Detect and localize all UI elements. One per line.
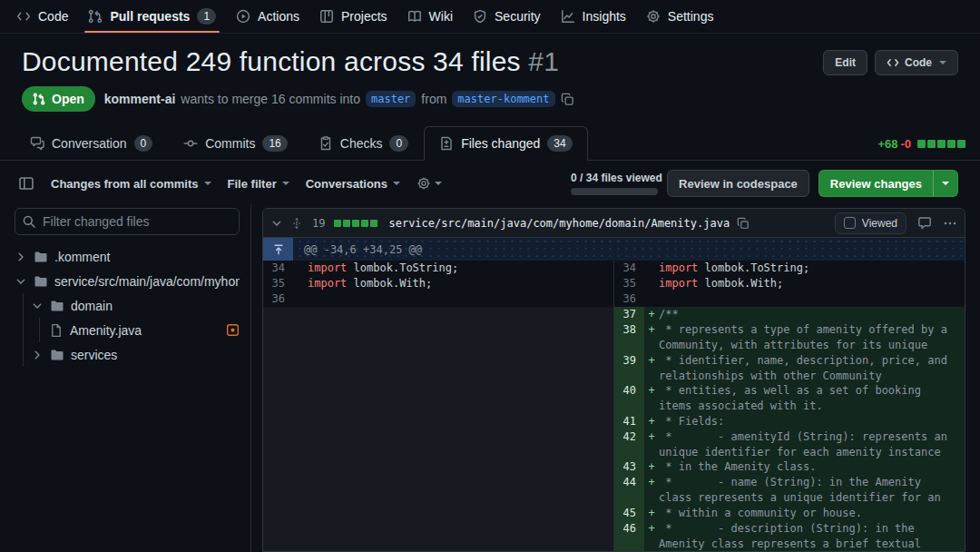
review-in-codespace-button[interactable]: Review in codespace bbox=[667, 170, 809, 197]
diffstat-additions: +68 bbox=[877, 137, 897, 151]
changes-from-label: Changes from all commits bbox=[51, 177, 199, 191]
pull-requests-count-badge: 1 bbox=[197, 8, 216, 25]
pr-tabbar: Conversation 0 Commits 16 Checks 0 Files… bbox=[0, 126, 980, 161]
nav-item-settings[interactable]: Settings bbox=[637, 0, 723, 33]
pr-number: #1 bbox=[528, 46, 559, 76]
search-icon bbox=[22, 214, 36, 229]
tree-item-domain[interactable]: domain bbox=[24, 293, 240, 318]
added-code-line: + * Fields: bbox=[644, 414, 965, 429]
author-login[interactable]: komment-ai bbox=[104, 92, 176, 106]
new-line-number[interactable]: 45 bbox=[613, 506, 644, 521]
viewed-checkbox[interactable] bbox=[844, 217, 856, 229]
file-path[interactable]: service/src/main/java/com/myhome/domain/… bbox=[388, 217, 730, 230]
play-icon bbox=[236, 9, 250, 24]
nav-item-insights[interactable]: Insights bbox=[552, 0, 635, 33]
diffstat-blocks bbox=[917, 140, 965, 148]
old-line-number[interactable]: 35 bbox=[263, 276, 293, 291]
old-empty-gutter bbox=[263, 459, 293, 475]
tab-commits[interactable]: Commits 16 bbox=[168, 126, 303, 161]
collapse-file-chevron-icon[interactable] bbox=[270, 217, 283, 230]
copy-path-icon[interactable] bbox=[737, 217, 750, 230]
tree-item-myhome[interactable]: service/src/main/java/com/myhome bbox=[15, 269, 240, 293]
kebab-menu-icon[interactable] bbox=[943, 216, 957, 231]
comment-discussion-icon bbox=[30, 136, 44, 151]
tree-item-label: Amenity.java bbox=[70, 323, 142, 338]
new-line-number[interactable]: 40 bbox=[613, 383, 644, 414]
new-line-number[interactable]: 43 bbox=[613, 459, 644, 475]
old-line-number[interactable]: 34 bbox=[263, 261, 293, 276]
chevron-right-icon bbox=[31, 349, 44, 361]
nav-item-projects[interactable]: Projects bbox=[310, 0, 397, 33]
nav-label: Code bbox=[38, 9, 68, 24]
new-line-number[interactable]: 37 bbox=[613, 307, 644, 322]
old-empty-line bbox=[293, 383, 613, 414]
shield-icon bbox=[473, 9, 487, 24]
folder-icon bbox=[34, 274, 48, 289]
copy-icon[interactable] bbox=[561, 93, 574, 106]
expand-hunk-button[interactable] bbox=[263, 238, 293, 261]
tab-conversation[interactable]: Conversation 0 bbox=[15, 126, 168, 161]
new-line-number[interactable]: 34 bbox=[613, 261, 644, 276]
nav-item-security[interactable]: Security bbox=[464, 0, 550, 33]
conversations-dropdown[interactable]: Conversations bbox=[306, 177, 400, 191]
file-filter-dropdown[interactable]: File filter bbox=[228, 177, 289, 191]
new-line-number[interactable]: 41 bbox=[613, 414, 644, 429]
nav-item-wiki[interactable]: Wiki bbox=[398, 0, 462, 33]
page-title: Documented 249 function across 34 files … bbox=[22, 46, 559, 77]
tree-item-amenity-java[interactable]: Amenity.java bbox=[40, 318, 240, 342]
code-dropdown-button[interactable]: Code bbox=[875, 50, 958, 75]
collapse-file-tree-button[interactable] bbox=[18, 175, 34, 192]
new-line-number[interactable]: 36 bbox=[613, 291, 644, 307]
tree-item-komment[interactable]: .komment bbox=[15, 244, 240, 269]
chevron-down-icon bbox=[15, 275, 27, 288]
code-icon bbox=[887, 56, 899, 69]
folder-icon bbox=[34, 250, 48, 264]
tree-item-label: domain bbox=[71, 299, 113, 313]
review-changes-caret[interactable] bbox=[933, 171, 957, 196]
diff-settings-dropdown[interactable] bbox=[416, 176, 442, 191]
old-code-line: import lombok.ToString; bbox=[293, 261, 613, 276]
new-line-number[interactable]: 35 bbox=[613, 276, 644, 291]
tab-files-changed[interactable]: Files changed 34 bbox=[424, 126, 588, 161]
old-line-number[interactable]: 36 bbox=[263, 291, 293, 307]
viewed-label: Viewed bbox=[862, 217, 897, 230]
comment-icon[interactable] bbox=[917, 216, 932, 231]
repo-nav: Code Pull requests 1 Actions Projects Wi… bbox=[0, 0, 980, 34]
nav-item-actions[interactable]: Actions bbox=[227, 0, 309, 33]
new-line-number[interactable]: 39 bbox=[613, 353, 644, 384]
drag-handle-icon[interactable] bbox=[290, 217, 303, 230]
review-changes-button[interactable]: Review changes bbox=[818, 170, 958, 197]
tree-item-services[interactable]: services bbox=[24, 342, 240, 367]
hunk-header: @@ -34,6 +34,25 @@ bbox=[263, 238, 965, 261]
git-pull-request-icon bbox=[88, 9, 103, 24]
chevron-down-icon bbox=[31, 300, 44, 312]
filter-changed-files-input[interactable] bbox=[15, 208, 240, 235]
new-line-number[interactable]: 38 bbox=[613, 322, 644, 353]
new-line-number[interactable]: 46 bbox=[613, 521, 644, 552]
file-diffstat-blocks bbox=[334, 220, 377, 227]
file-modified-icon bbox=[226, 323, 240, 337]
changes-from-commits-dropdown[interactable]: Changes from all commits bbox=[51, 177, 211, 191]
head-branch-label[interactable]: master-komment bbox=[452, 91, 554, 107]
nav-item-code[interactable]: Code bbox=[7, 0, 77, 33]
files-viewed-progressbar bbox=[571, 188, 658, 195]
viewed-toggle-button[interactable]: Viewed bbox=[835, 212, 906, 234]
tab-label: Checks bbox=[340, 136, 383, 151]
status-badge: Open bbox=[22, 86, 95, 112]
old-empty-line bbox=[293, 506, 613, 521]
added-code-line: + * represents a type of amenity offered… bbox=[644, 322, 965, 353]
base-branch-label[interactable]: master bbox=[366, 91, 416, 107]
graph-icon bbox=[561, 9, 575, 24]
review-changes-label: Review changes bbox=[819, 171, 933, 196]
new-line-number[interactable]: 44 bbox=[613, 475, 644, 506]
nav-item-pull-requests[interactable]: Pull requests 1 bbox=[79, 0, 225, 33]
new-line-number[interactable]: 42 bbox=[613, 429, 644, 460]
git-commit-icon bbox=[183, 136, 198, 151]
tab-checks[interactable]: Checks 0 bbox=[303, 126, 424, 161]
new-code-line: import lombok.ToString; bbox=[644, 261, 965, 276]
files-toolbar: Changes from all commits File filter Con… bbox=[0, 161, 980, 204]
file-change-count: 19 bbox=[312, 217, 325, 230]
edit-button[interactable]: Edit bbox=[823, 50, 867, 75]
old-empty-line bbox=[293, 429, 613, 460]
chevron-right-icon bbox=[15, 251, 27, 263]
